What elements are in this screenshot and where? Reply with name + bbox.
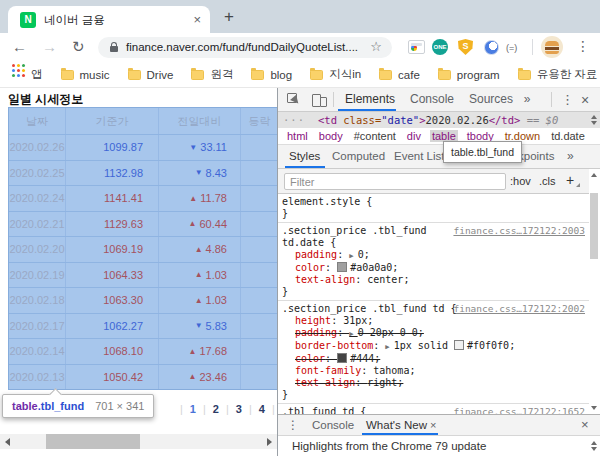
elements-scroll-stepper[interactable] (591, 115, 597, 125)
tabs-overflow-icon[interactable]: » (520, 88, 534, 110)
toggle-hover-state-button[interactable]: :hov (510, 169, 531, 193)
page-number[interactable]: 3 (236, 403, 242, 415)
horizontal-scrollbar[interactable] (0, 434, 277, 449)
table-row[interactable]: 2020.02.211129.63▲60.44 (9, 212, 278, 238)
stylesheet-link[interactable]: finance.css…172122:1652 (453, 406, 585, 414)
scroll-right-button[interactable] (262, 434, 277, 449)
rule-selector[interactable]: finance.css…172122:2003.section_price .t… (282, 225, 585, 237)
css-declaration[interactable]: border-bottom: ▶ 1px solid #f0f0f0; (282, 340, 585, 353)
drawer-tab-whats-new[interactable]: What's New (366, 415, 427, 435)
page-number[interactable]: 2 (213, 403, 219, 415)
tab-close-icon[interactable]: × (193, 12, 201, 27)
bookmark-folder[interactable]: 유용한 자료 (518, 67, 598, 82)
table-row[interactable]: 2020.02.191064.33▲1.03 (9, 263, 278, 289)
forward-button[interactable]: → (42, 38, 57, 55)
bookmark-folder[interactable]: blog (251, 69, 292, 81)
device-toolbar-icon[interactable] (312, 93, 327, 107)
browser-tab[interactable]: N 네이버 금융 × (8, 6, 210, 33)
scroll-left-button[interactable] (0, 434, 15, 449)
extension-swirl-icon[interactable] (484, 40, 499, 55)
back-button[interactable]: ← (12, 38, 27, 55)
extension-one-icon[interactable]: ONE (432, 39, 448, 55)
breadcrumb-item[interactable]: html (285, 130, 310, 142)
bookmark-star-icon[interactable]: ☆ (370, 39, 382, 54)
toggle-class-button[interactable]: .cls (539, 169, 556, 193)
new-style-rule-button[interactable]: + (566, 169, 574, 192)
stylesheet-link[interactable]: finance.css…172122:2002 (453, 303, 585, 315)
tab-console[interactable]: Console (406, 88, 458, 110)
bookmark-folder[interactable]: 원격 (191, 67, 233, 82)
css-declaration[interactable]: font-family: tahoma; (282, 365, 585, 377)
color-swatch[interactable] (337, 353, 347, 363)
address-bar[interactable]: finance.naver.com/fund/fundDailyQuoteLis… (98, 37, 392, 58)
table-row[interactable]: 2020.02.131050.42▲23.46 (9, 365, 278, 390)
table-row[interactable]: 2020.02.171062.27▼5.83 (9, 314, 278, 340)
drawer-scroll-stepper[interactable] (591, 441, 597, 451)
rule-selector[interactable]: element.style { (282, 196, 585, 208)
color-swatch[interactable] (337, 262, 347, 272)
bookmark-folder[interactable]: music (61, 69, 110, 81)
collapsed-ancestors-ellipsis[interactable]: ··· (283, 112, 305, 128)
profile-avatar[interactable] (541, 36, 563, 58)
inspect-element-icon[interactable] (287, 93, 301, 107)
styles-filter-input[interactable] (284, 173, 506, 190)
scroll-down-icon[interactable] (591, 406, 597, 410)
page-number[interactable]: 4 (259, 403, 265, 415)
css-declaration[interactable]: color: #a0a0a0; (282, 262, 585, 274)
table-row[interactable]: 2020.02.141068.10▲17.68 (9, 339, 278, 365)
rule-selector[interactable]: td.date { (282, 237, 585, 249)
drawer-close-icon[interactable]: × (581, 415, 589, 435)
daily-quote-table[interactable]: 날짜기준가전일대비등락 2020.02.261099.87▼33.112020.… (8, 107, 278, 390)
selected-node-code[interactable]: <td class="date">2020.02.26</td> == $0 (318, 112, 558, 128)
url-text[interactable]: finance.naver.com/fund/fundDailyQuoteLis… (126, 37, 358, 58)
rule-selector[interactable]: finance.css…172122:2002.section_price .t… (282, 303, 585, 315)
table-row[interactable]: 2020.02.251132.98▼8.43 (9, 161, 278, 187)
table-row[interactable]: 2020.02.201069.19▲4.86 (9, 237, 278, 263)
styles-scrollbar[interactable] (589, 169, 600, 414)
scroll-up-icon[interactable] (591, 173, 597, 177)
breadcrumb-item[interactable]: body (317, 130, 345, 142)
breadcrumb-item[interactable]: div (405, 130, 423, 142)
whats-new-tab-close-icon[interactable]: × (430, 415, 436, 435)
css-declaration[interactable]: padding: ▶ 0; (282, 249, 585, 262)
browser-menu-icon[interactable]: ⋮ (576, 38, 590, 54)
styles-scrollbar-thumb[interactable] (590, 193, 598, 259)
rule-selector[interactable]: finance.css…172122:1652.tbl_fund td { (282, 406, 585, 414)
stylesheet-link[interactable]: finance.css…172122:2003 (453, 225, 585, 237)
page-number[interactable]: 1 (190, 403, 196, 415)
css-declaration[interactable]: color: #444; (282, 353, 585, 365)
subtabs-overflow-icon[interactable]: » (567, 145, 574, 168)
bookmark-folder[interactable]: cafe (379, 69, 420, 81)
tab-computed[interactable]: Computed (332, 145, 385, 168)
tab-sources[interactable]: Sources (466, 88, 516, 110)
breadcrumb-item[interactable]: td.date (549, 130, 587, 142)
color-swatch[interactable] (454, 340, 464, 350)
new-tab-button[interactable]: + (224, 7, 234, 27)
tab-elements[interactable]: Elements (344, 88, 396, 110)
breadcrumb-item[interactable]: #content (352, 130, 398, 142)
drawer-tab-console[interactable]: Console (312, 415, 354, 435)
css-declaration[interactable]: text-align: right; (282, 377, 585, 389)
apps-shortcut[interactable]: 앱 (12, 67, 43, 82)
extension-paren-icon[interactable]: (=) (506, 43, 517, 53)
drawer-menu-icon[interactable]: ⋮ (287, 415, 299, 435)
lock-icon[interactable] (110, 46, 118, 52)
scrollbar-thumb[interactable] (46, 434, 140, 449)
css-declaration[interactable]: padding: ▶ 0 20px 0 0; (282, 327, 585, 340)
selected-dom-node-row[interactable]: ··· <td class="date">2020.02.26</td> == … (278, 112, 600, 128)
bookmark-folder[interactable]: program (438, 69, 500, 81)
table-row[interactable]: 2020.02.181063.30▲1.03 (9, 288, 278, 314)
table-row[interactable]: 2020.02.261099.87▼33.11 (9, 135, 278, 161)
css-declaration[interactable]: text-align: center; (282, 274, 585, 286)
table-row[interactable]: 2020.02.241141.41▲11.78 (9, 186, 278, 212)
bookmark-folder[interactable]: 지식in (310, 67, 361, 82)
devtools-close-icon[interactable]: × (581, 89, 589, 111)
bookmark-folder[interactable]: Drive (128, 69, 174, 81)
tab-dom-breakpoints[interactable]: kpoints (518, 145, 554, 168)
css-declaration[interactable]: height: 31px; (282, 315, 585, 327)
extension-shield-icon[interactable]: S (458, 39, 473, 55)
tab-styles[interactable]: Styles (289, 145, 320, 168)
extension-screenshot-icon[interactable] (408, 40, 425, 54)
reload-button[interactable]: ↻ (72, 38, 85, 56)
devtools-menu-icon[interactable]: ⋮ (561, 89, 574, 111)
